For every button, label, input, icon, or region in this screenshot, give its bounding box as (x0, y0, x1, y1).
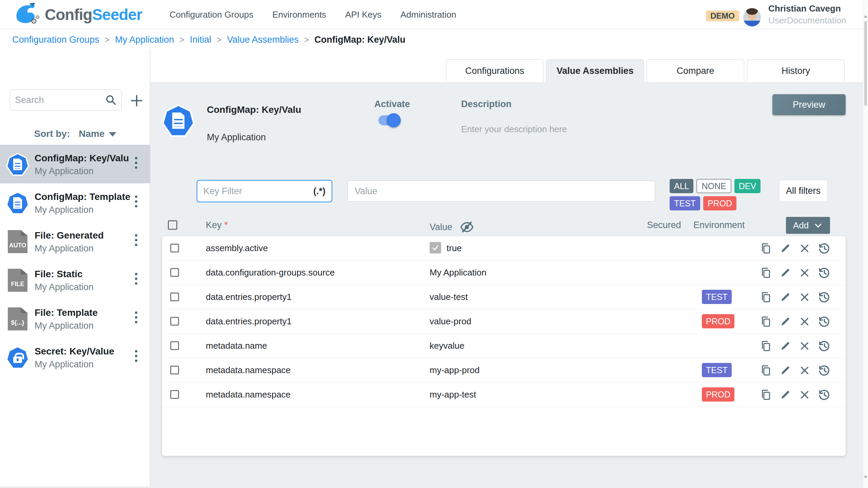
edit-icon[interactable] (779, 242, 792, 255)
assembly-title: File: Generated (35, 229, 104, 242)
assembly-type-icon: ${...} (6, 307, 29, 330)
breadcrumb-current: ConfigMap: Key/Valu (314, 35, 406, 45)
row-checkbox[interactable] (170, 390, 179, 399)
key-cell: metadata.namespace (206, 365, 291, 375)
history-icon[interactable] (817, 242, 830, 255)
edit-icon[interactable] (779, 266, 792, 279)
add-value-assembly-button[interactable] (128, 92, 145, 109)
delete-icon[interactable] (798, 291, 811, 304)
delete-icon[interactable] (798, 364, 811, 377)
select-all-checkbox[interactable] (168, 220, 177, 230)
tab-bar: ConfigurationsValue AssembliesCompareHis… (446, 59, 845, 82)
brand-text: ConfigSeeder (45, 5, 142, 24)
row-checkbox[interactable] (170, 341, 179, 350)
scroll-down-arrow-icon[interactable] (864, 476, 867, 479)
filter-chip[interactable]: NONE (696, 179, 731, 193)
kebab-menu-icon[interactable] (133, 157, 139, 169)
list-item[interactable]: FILE File: Static My Application (0, 261, 150, 299)
value-cell: My Application (430, 267, 487, 278)
nav-link[interactable]: Environments (272, 9, 326, 20)
history-icon[interactable] (817, 388, 830, 401)
filter-chip[interactable]: TEST (670, 196, 700, 210)
breadcrumb-link[interactable]: Initial (190, 35, 211, 45)
scroll-up-arrow-icon[interactable] (864, 15, 867, 18)
kebab-menu-icon[interactable] (133, 234, 139, 246)
search-icon[interactable] (105, 94, 117, 106)
row-checkbox[interactable] (170, 292, 179, 301)
chevron-down-icon[interactable] (109, 132, 116, 137)
app-logo[interactable]: ⚙ ⚙ ConfigSeeder (13, 3, 142, 26)
history-icon[interactable] (817, 340, 830, 352)
filter-chip[interactable]: PROD (703, 196, 736, 210)
copy-icon[interactable] (760, 242, 772, 255)
user-organization: UserDocumentation (768, 15, 846, 26)
list-item[interactable]: Secret: Key/Value My Application (0, 338, 150, 377)
row-checkbox[interactable] (170, 244, 179, 252)
description-placeholder[interactable]: Enter your description here (461, 124, 567, 135)
copy-icon[interactable] (760, 340, 772, 352)
delete-icon[interactable] (798, 388, 811, 401)
tab[interactable]: History (747, 59, 845, 82)
eye-off-icon[interactable] (460, 220, 474, 234)
history-icon[interactable] (817, 315, 830, 328)
row-checkbox[interactable] (170, 366, 179, 374)
required-asterisk: * (224, 220, 228, 230)
tab[interactable]: Value Assemblies (546, 59, 644, 82)
history-icon[interactable] (817, 291, 830, 304)
list-item[interactable]: ${...} File: Template My Application (0, 299, 150, 338)
history-icon[interactable] (817, 364, 830, 377)
filter-chip[interactable]: DEV (734, 179, 761, 193)
activate-toggle[interactable] (378, 115, 400, 125)
breadcrumb-link[interactable]: My Application (115, 35, 174, 45)
delete-icon[interactable] (798, 266, 811, 279)
value-text: keyvalue (430, 341, 465, 351)
preview-button[interactable]: Preview (772, 94, 846, 115)
copy-icon[interactable] (760, 266, 772, 279)
copy-icon[interactable] (760, 388, 772, 401)
kebab-menu-icon[interactable] (133, 350, 139, 362)
delete-icon[interactable] (798, 340, 811, 352)
row-checkbox[interactable] (170, 317, 179, 326)
edit-icon[interactable] (779, 388, 792, 401)
delete-icon[interactable] (798, 242, 811, 255)
page-scrollbar[interactable] (863, 0, 868, 488)
breadcrumb-link[interactable]: Configuration Groups (12, 35, 99, 45)
edit-icon[interactable] (779, 364, 792, 377)
key-filter-input[interactable] (203, 186, 311, 197)
all-filters-button[interactable]: All filters (779, 180, 827, 202)
copy-icon[interactable] (760, 364, 772, 377)
kebab-menu-icon[interactable] (133, 273, 139, 285)
add-button[interactable]: Add (786, 217, 830, 234)
breadcrumb-link[interactable]: Value Assemblies (227, 35, 299, 45)
sort-value[interactable]: Name (79, 128, 104, 139)
scrollbar-thumb[interactable] (864, 21, 867, 106)
value-text: my-app-test (430, 389, 476, 400)
nav-link[interactable]: Administration (400, 9, 456, 20)
nav-link[interactable]: API Keys (345, 9, 381, 20)
search-input[interactable] (15, 95, 105, 105)
edit-icon[interactable] (779, 340, 792, 352)
list-item[interactable]: ConfigMap: Template My Application (0, 183, 150, 222)
tab[interactable]: Configurations (446, 59, 544, 82)
tab[interactable]: Compare (647, 59, 744, 82)
kebab-menu-icon[interactable] (133, 196, 139, 207)
description-label: Description (461, 99, 512, 109)
nav-link[interactable]: Configuration Groups (170, 9, 253, 20)
row-checkbox[interactable] (170, 268, 179, 277)
kebab-menu-icon[interactable] (133, 311, 139, 323)
delete-icon[interactable] (798, 315, 811, 328)
user-info[interactable]: Christian Cavegn UserDocumentation (768, 2, 846, 26)
sort-row: Sort by:Name (0, 128, 150, 139)
list-item[interactable]: AUTO File: Generated My Application (0, 222, 150, 261)
copy-icon[interactable] (760, 315, 772, 328)
main-content: ConfigurationsValue AssembliesCompareHis… (151, 50, 868, 488)
assembly-type-icon (6, 153, 29, 176)
edit-icon[interactable] (779, 315, 792, 328)
list-item[interactable]: ConfigMap: Key/Valu My Application (0, 145, 150, 183)
user-avatar[interactable] (743, 8, 761, 26)
edit-icon[interactable] (779, 291, 792, 304)
filter-chip[interactable]: ALL (670, 179, 693, 193)
value-filter-input[interactable] (348, 181, 655, 202)
history-icon[interactable] (817, 266, 830, 279)
copy-icon[interactable] (760, 291, 772, 304)
